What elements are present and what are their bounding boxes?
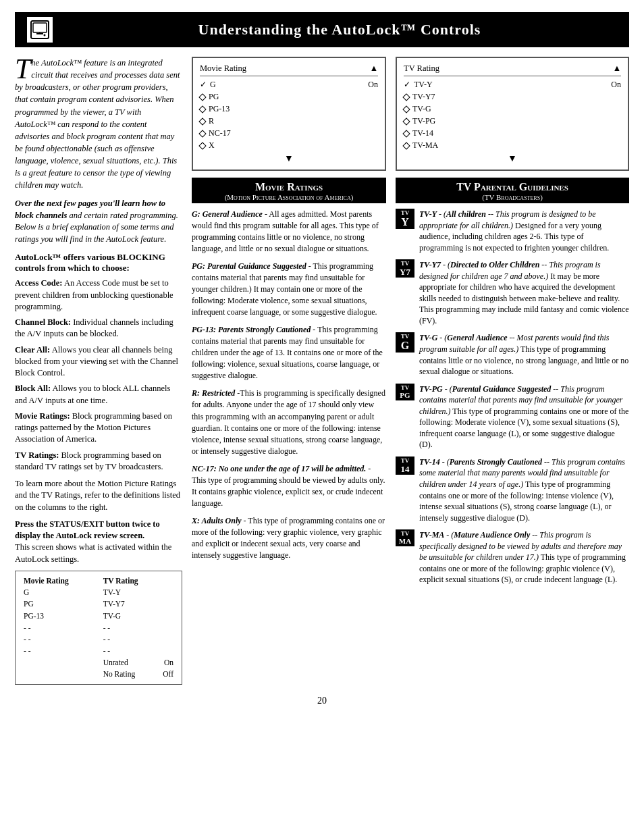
term-movie-ratings: Movie Ratings: Block programming based o… bbox=[15, 411, 182, 446]
movie-ratings-header: Movie Ratings (Motion Picture Associatio… bbox=[192, 178, 386, 203]
term-access-code: Access Code: An Access Code must be set … bbox=[15, 278, 182, 313]
tv-y-badge: TV Y bbox=[396, 209, 414, 229]
movie-screen-box: Movie Rating ▲ ✓ G On PG PG-13 R bbox=[192, 57, 386, 171]
tv-y-desc: TV-Y - (All children -- This program is … bbox=[419, 209, 629, 253]
movie-dash3: - - bbox=[21, 645, 101, 656]
movie-x-item: X bbox=[200, 140, 378, 151]
movie-pg13: PG-13 bbox=[21, 610, 101, 622]
tv-14-item: TV-14 bbox=[404, 128, 621, 138]
movie-pg13-item: PG-13 bbox=[200, 104, 378, 114]
tv-down-arrow: ▼ bbox=[404, 153, 621, 164]
rating-nc17-desc: NC-17: No one under the age of 17 will b… bbox=[192, 463, 386, 509]
tv-g-block: TV G TV-G - (General Audience -- Most pa… bbox=[396, 332, 629, 377]
movie-dash1: - - bbox=[21, 622, 101, 633]
tv-y: TV-Y bbox=[101, 587, 176, 598]
rating-g-desc: G: General Audience - All ages admitted.… bbox=[192, 209, 386, 255]
movie-nc17-item: NC-17 bbox=[200, 128, 378, 138]
tv-ma-desc: TV-MA - (Mature Audience Only -- This pr… bbox=[419, 529, 629, 585]
tv-dash2: - - bbox=[101, 633, 176, 645]
tv-y7-block: TV Y7 TV-Y7 - (Directed to Older Childre… bbox=[396, 259, 629, 326]
tv-y7-desc: TV-Y7 - (Directed to Older Children -- T… bbox=[419, 259, 629, 326]
tv-y7: TV-Y7 bbox=[101, 598, 176, 610]
tv-screen-box: TV Rating ▲ ✓ TV-Y On TV-Y7 TV-G TV-PG bbox=[396, 57, 629, 171]
left-column: The AutoLock™ feature is an integrated c… bbox=[15, 57, 182, 685]
tv-g-item: TV-G bbox=[404, 104, 621, 114]
tv-ma-block: TV MA TV-MA - (Mature Audience Only -- T… bbox=[396, 529, 629, 585]
tv-y7-item: TV-Y7 bbox=[404, 92, 621, 102]
review-screen-box: Movie Rating TV Rating G TV-Y PG TV-Y7 P… bbox=[15, 571, 182, 685]
tv-dash1: - - bbox=[101, 622, 176, 633]
tv-pg-block: TV PG TV-PG - (Parental Guidance Suggest… bbox=[396, 384, 629, 450]
term-channel-block: Channel Block: Individual channels inclu… bbox=[15, 317, 182, 340]
intro-text: The AutoLock™ feature is an integrated c… bbox=[15, 57, 182, 191]
movie-down-arrow: ▼ bbox=[200, 153, 378, 164]
tv-screen-title: TV Rating ▲ bbox=[404, 63, 621, 76]
movie-g-item: ✓ G On bbox=[200, 80, 378, 90]
tv-14-desc: TV-14 - (Parents Strongly Cautioned -- T… bbox=[419, 457, 629, 523]
tv-y7-badge: TV Y7 bbox=[396, 259, 414, 278]
no-rating-row: No RatingOff bbox=[103, 669, 173, 680]
movie-pg: PG bbox=[21, 598, 101, 610]
tv-y-item: ✓ TV-Y On bbox=[404, 80, 621, 90]
tv-y-block: TV Y TV-Y - (All children -- This progra… bbox=[396, 209, 629, 253]
tv-pg-item: TV-PG bbox=[404, 116, 621, 126]
blocking-section: AutoLock™ offers various BLOCKING contro… bbox=[15, 252, 182, 473]
tv-g-desc: TV-G - (General Audience -- Most parents… bbox=[419, 332, 629, 377]
svg-rect-1 bbox=[33, 23, 47, 32]
page-number: 20 bbox=[15, 696, 629, 706]
term-clear-all: Clear All: Allows you clear all channels… bbox=[15, 344, 182, 380]
header-icon bbox=[27, 17, 53, 43]
movie-pg-item: PG bbox=[200, 92, 378, 102]
tv-pg-desc: TV-PG - (Parental Guidance Suggested -- … bbox=[419, 384, 629, 450]
blocking-title: AutoLock™ offers various BLOCKING contro… bbox=[15, 252, 182, 273]
movie-rating-header: Movie Rating bbox=[24, 577, 69, 585]
movie-r-item: R bbox=[200, 116, 378, 126]
term-tv-ratings: TV Ratings: Block programming based on s… bbox=[15, 450, 182, 473]
page-title: Understanding the AutoLock™ Controls bbox=[62, 21, 617, 38]
status-section: Press the STATUS/EXIT button twice to di… bbox=[15, 519, 182, 565]
tv-g: TV-G bbox=[101, 610, 176, 622]
tv-14-block: TV 14 TV-14 - (Parents Strongly Cautione… bbox=[396, 457, 629, 523]
svg-rect-0 bbox=[31, 21, 49, 38]
main-layout: The AutoLock™ feature is an integrated c… bbox=[15, 57, 629, 685]
term-block-all: Block All: Allows you to block ALL chann… bbox=[15, 383, 182, 407]
tv-parental-header: TV Parental Guidelines (TV Broadcasters) bbox=[396, 178, 629, 203]
tv-g-badge: TV G bbox=[396, 332, 414, 353]
learn-more-section: To learn more about the Motion Picture R… bbox=[15, 478, 182, 513]
movie-screen-title: Movie Rating ▲ bbox=[200, 63, 378, 76]
tv-14-badge: TV 14 bbox=[396, 457, 414, 475]
right-column: TV Rating ▲ ✓ TV-Y On TV-Y7 TV-G TV-PG bbox=[396, 57, 629, 592]
rating-r-desc: R: Restricted -This is programming is sp… bbox=[192, 388, 386, 457]
tv-dash3: - - bbox=[101, 645, 176, 656]
rating-x-desc: X: Adults Only - This type of programmin… bbox=[192, 515, 386, 561]
rating-pg13-desc: PG-13: Parents Strongly Cautioned - This… bbox=[192, 324, 386, 382]
tv-pg-badge: TV PG bbox=[396, 384, 414, 400]
center-column: Movie Rating ▲ ✓ G On PG PG-13 R bbox=[192, 57, 386, 567]
page-header: Understanding the AutoLock™ Controls bbox=[15, 12, 629, 47]
drop-cap: T bbox=[15, 58, 30, 81]
tv-ma-badge: TV MA bbox=[396, 529, 414, 546]
unrated-row: UnratedOn bbox=[103, 657, 173, 669]
movie-g: G bbox=[21, 587, 101, 598]
next-pages-text: Over the next few pages you'll learn how… bbox=[15, 198, 182, 245]
tv-rating-header: TV Rating bbox=[103, 577, 138, 585]
movie-dash2: - - bbox=[21, 633, 101, 645]
svg-point-4 bbox=[44, 34, 46, 36]
tv-ma-item: TV-MA bbox=[404, 140, 621, 151]
rating-pg-desc: PG: Parental Guidance Suggested - This p… bbox=[192, 261, 386, 318]
